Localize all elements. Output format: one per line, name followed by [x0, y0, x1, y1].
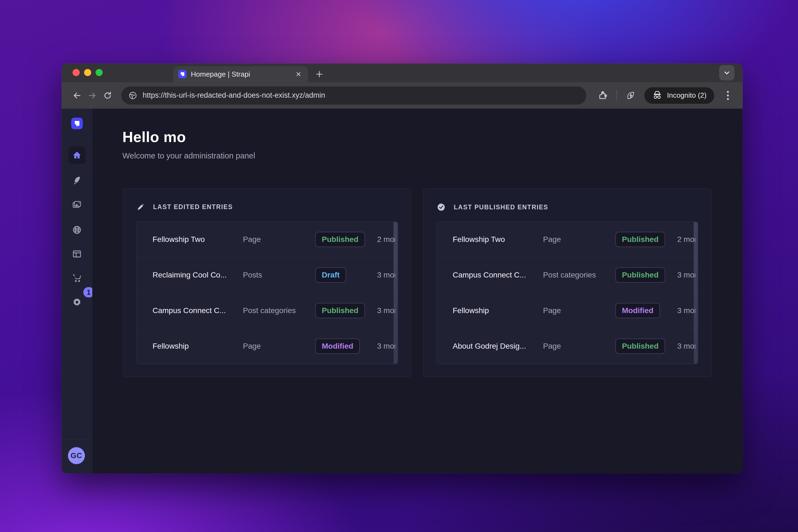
gear-icon — [72, 297, 82, 307]
entry-title: Reclaiming Cool Co... — [152, 271, 227, 280]
sidebar-item-marketplace[interactable] — [68, 269, 86, 286]
last-published-panel: LAST PUBLISHED ENTRIES Fellowship Two Pa… — [423, 188, 711, 377]
sidebar-item-home[interactable] — [68, 147, 86, 164]
status-badge: Published — [615, 267, 665, 283]
user-avatar[interactable]: GC — [68, 447, 85, 464]
table-scrollbar[interactable] — [694, 222, 698, 364]
entry-time: 3 months ago — [677, 342, 695, 350]
entry-type: Page — [243, 235, 261, 244]
tab-search-button[interactable] — [719, 65, 735, 80]
table-row[interactable]: Fellowship Page Modified 3 months ago — [437, 293, 698, 328]
new-tab-button[interactable] — [313, 67, 326, 81]
performance-leaf-icon[interactable] — [624, 89, 638, 102]
media-library-icon — [72, 200, 82, 210]
incognito-label: Incognito (2) — [667, 91, 707, 100]
entry-type: Post categories — [543, 271, 596, 280]
entry-time: 3 months ago — [377, 306, 395, 315]
status-badge: Modified — [315, 339, 360, 354]
table-row[interactable]: Campus Connect C... Post categories Publ… — [137, 293, 398, 328]
entry-time: 3 months ago — [377, 342, 395, 350]
entry-type: Page — [543, 306, 561, 315]
homepage-content: Hello mo Welcome to your administration … — [92, 109, 743, 473]
incognito-badge: Incognito (2) — [644, 87, 714, 104]
url-bar[interactable]: https://this-url-is-redacted-and-does-no… — [121, 87, 586, 104]
table-row[interactable]: About Godrej Desig... Page Published 3 m… — [437, 328, 698, 364]
entry-title: Fellowship Two — [453, 235, 505, 244]
feather-icon — [72, 175, 81, 185]
entry-title: Fellowship — [152, 342, 189, 350]
entry-time: 3 months ago — [677, 306, 695, 315]
url-text: https://this-url-is-redacted-and-does-no… — [143, 91, 325, 100]
entry-type: Posts — [243, 271, 262, 280]
layout-icon — [72, 249, 82, 259]
forward-icon[interactable] — [85, 88, 100, 103]
browser-window: Homepage | Strapi — [62, 63, 743, 473]
entry-time: 3 months ago — [677, 271, 695, 280]
last-edited-table: Fellowship Two Page Published 2 months a… — [136, 222, 398, 364]
sidebar-item-content-manager[interactable] — [68, 172, 86, 189]
status-badge: Published — [315, 303, 365, 318]
zoom-window-button[interactable] — [96, 69, 103, 76]
table-row[interactable]: Fellowship Two Page Published 2 months a… — [437, 222, 698, 257]
entry-type: Page — [543, 235, 561, 244]
panel-title: LAST PUBLISHED ENTRIES — [454, 204, 548, 211]
entry-time: 2 months ago — [377, 235, 395, 244]
entry-title: Campus Connect C... — [453, 271, 526, 280]
sidebar-divider — [62, 139, 92, 139]
toolbar-divider — [616, 90, 617, 101]
entry-title: Campus Connect C... — [152, 306, 226, 315]
status-badge: Published — [615, 339, 665, 354]
status-badge: Modified — [615, 303, 660, 318]
table-row[interactable]: Reclaiming Cool Co... Posts Draft 3 mont… — [137, 257, 398, 293]
entry-time: 3 months ago — [377, 271, 395, 280]
strapi-sidebar: 1 GC — [62, 109, 92, 473]
sidebar-item-internationalization[interactable] — [68, 222, 86, 239]
panel-title: LAST EDITED ENTRIES — [153, 203, 233, 211]
sidebar-item-settings[interactable]: 1 — [68, 293, 86, 310]
page-title: Hello mo — [123, 128, 255, 145]
entry-title: About Godrej Desig... — [453, 342, 526, 350]
tab-title: Homepage | Strapi — [191, 70, 290, 78]
status-badge: Published — [615, 232, 665, 247]
strapi-logo-icon[interactable] — [71, 118, 83, 129]
back-icon[interactable] — [69, 88, 85, 103]
sidebar-bottom-divider — [62, 439, 92, 440]
status-badge: Draft — [315, 267, 346, 283]
sidebar-item-content-type-builder[interactable] — [68, 246, 86, 263]
table-row[interactable]: Fellowship Page Modified 3 months ago — [137, 328, 398, 364]
entry-type: Page — [243, 342, 261, 350]
close-window-button[interactable] — [73, 69, 80, 76]
strapi-favicon-icon — [178, 70, 186, 78]
extensions-icon[interactable] — [596, 89, 610, 102]
cart-icon — [72, 273, 82, 283]
tab-strip: Homepage | Strapi — [62, 63, 743, 82]
minimize-window-button[interactable] — [84, 69, 91, 76]
tab-close-icon[interactable] — [294, 70, 303, 79]
page-subtitle: Welcome to your administration panel — [123, 151, 255, 160]
pencil-icon — [137, 203, 145, 211]
sidebar-item-media-library[interactable] — [68, 196, 86, 213]
home-icon — [72, 151, 81, 160]
entry-time: 2 months ago — [677, 235, 695, 244]
entry-type: Post categories — [243, 306, 296, 315]
browser-toolbar: https://this-url-is-redacted-and-does-no… — [62, 82, 743, 109]
table-row[interactable]: Campus Connect C... Post categories Publ… — [437, 257, 698, 293]
last-edited-panel: LAST EDITED ENTRIES Fellowship Two Page … — [123, 188, 411, 377]
menu-dots-icon[interactable] — [721, 89, 735, 102]
window-controls — [73, 69, 103, 76]
entry-title: Fellowship Two — [152, 235, 205, 244]
status-badge: Published — [315, 232, 365, 247]
site-info-icon[interactable] — [128, 91, 137, 100]
table-scrollbar[interactable] — [393, 222, 397, 364]
last-published-table: Fellowship Two Page Published 2 months a… — [437, 222, 698, 364]
browser-tab[interactable]: Homepage | Strapi — [173, 66, 308, 82]
table-row[interactable]: Fellowship Two Page Published 2 months a… — [137, 222, 398, 257]
reload-icon[interactable] — [100, 88, 115, 103]
globe-icon — [72, 225, 82, 235]
incognito-icon — [652, 90, 663, 101]
entry-title: Fellowship — [453, 306, 489, 315]
entry-type: Page — [543, 342, 561, 350]
check-circle-icon — [437, 203, 446, 211]
